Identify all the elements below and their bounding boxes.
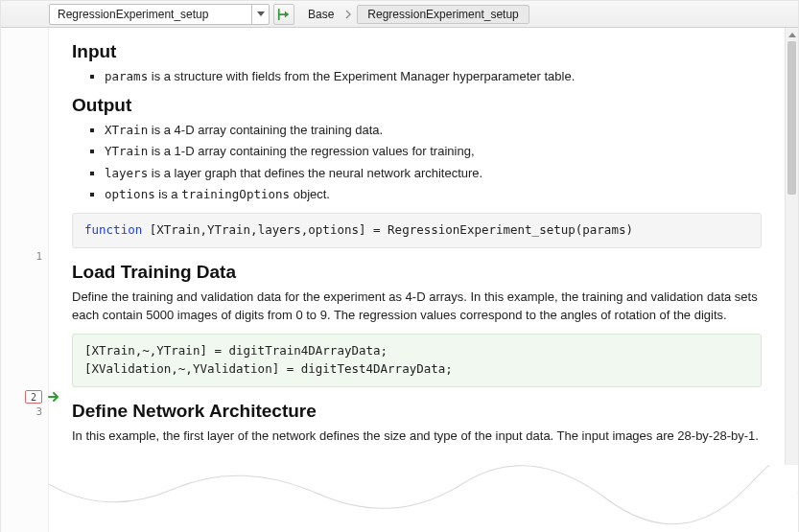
code-block-signature[interactable]: function [XTrain,YTrain,layers,options] …	[72, 213, 762, 248]
function-selector-dropdown-button[interactable]	[251, 4, 269, 25]
chevron-up-icon	[788, 33, 796, 37]
section-heading-arch: Define Network Architecture	[72, 401, 762, 422]
breadcrumb-current[interactable]: RegressionExperiment_setup	[357, 5, 529, 24]
function-selector-value: RegressionExperiment_setup	[50, 8, 251, 21]
code-block-load[interactable]: [XTrain,~,YTrain] = digitTrain4DArrayDat…	[72, 334, 762, 387]
code-line: [XTrain,~,YTrain] = digitTrain4DArrayDat…	[84, 343, 388, 358]
code-text: [XTrain,YTrain,layers,options] = Regress…	[150, 222, 633, 237]
run-arrow-icon	[277, 8, 291, 21]
param-name: XTrain	[105, 123, 148, 137]
bottom-torn-edge	[49, 465, 798, 532]
output-list: XTrain is a 4-D array containing the tra…	[72, 122, 762, 203]
list-item: params is a structure with fields from t…	[105, 68, 762, 85]
section-heading-output: Output	[72, 95, 762, 116]
code-line: [XValidation,~,YValidation] = digitTest4…	[84, 361, 453, 376]
param-ref: trainingOptions	[181, 187, 290, 201]
param-name: options	[105, 187, 155, 201]
document-scroll-area[interactable]: Input params is a structure with fields …	[49, 28, 785, 532]
toolbar: RegressionExperiment_setup Base Regressi…	[1, 1, 798, 28]
list-item: XTrain is a 4-D array containing the tra…	[105, 122, 762, 139]
line-number: 1	[4, 250, 42, 263]
scrollbar-track[interactable]	[786, 41, 798, 519]
list-item: YTrain is a 1-D array containing the reg…	[105, 143, 762, 160]
function-selector[interactable]: RegressionExperiment_setup	[49, 4, 270, 25]
breakpoint-marker[interactable]: 2	[25, 390, 42, 404]
line-number: 3	[4, 405, 42, 418]
editor-viewport: Input params is a structure with fields …	[49, 28, 798, 532]
input-list: params is a structure with fields from t…	[72, 68, 762, 85]
scroll-up-button[interactable]	[786, 28, 798, 41]
editor-body: 1 2 3 Input params is a structure with f…	[1, 28, 798, 532]
breadcrumb-base[interactable]: Base	[298, 8, 340, 21]
param-name: layers	[105, 166, 148, 180]
list-item: options is a trainingOptions object.	[105, 186, 762, 203]
document-content: Input params is a structure with fields …	[49, 28, 785, 446]
keyword: function	[84, 222, 142, 237]
paragraph: In this example, the first layer of the …	[72, 428, 762, 446]
section-heading-input: Input	[72, 41, 762, 62]
run-section-button[interactable]	[273, 4, 294, 25]
line-gutter[interactable]: 1 2 3	[1, 28, 49, 532]
section-heading-load: Load Training Data	[72, 262, 762, 283]
list-item: layers is a layer graph that defines the…	[105, 165, 762, 182]
paragraph: Define the training and validation data …	[72, 289, 762, 325]
chevron-right-icon	[345, 10, 351, 19]
scrollbar-thumb[interactable]	[787, 41, 796, 195]
vertical-scrollbar[interactable]	[785, 28, 798, 532]
param-name: params	[105, 69, 148, 83]
chevron-down-icon	[257, 12, 265, 16]
editor-frame: RegressionExperiment_setup Base Regressi…	[0, 0, 799, 532]
param-name: YTrain	[105, 144, 148, 158]
breadcrumb-separator	[343, 10, 353, 19]
